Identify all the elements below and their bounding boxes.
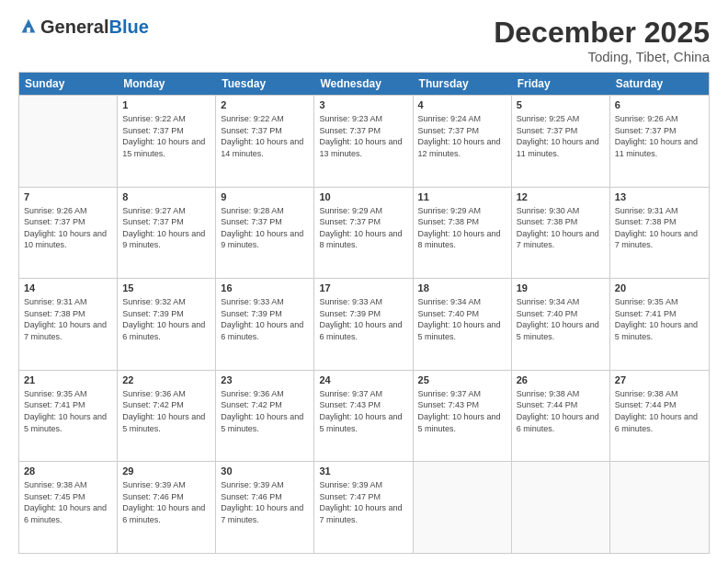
day-number: 28: [24, 465, 112, 478]
cell-info: Sunrise: 9:22 AMSunset: 7:37 PMDaylight:…: [122, 113, 210, 159]
day-number: 16: [221, 282, 309, 295]
day-number: 9: [221, 190, 309, 204]
day-number: 18: [418, 282, 506, 295]
cell-info: Sunrise: 9:38 AMSunset: 7:44 PMDaylight:…: [615, 388, 704, 434]
day-number: 19: [517, 282, 605, 295]
cell-info: Sunrise: 9:23 AMSunset: 7:37 PMDaylight:…: [319, 113, 407, 159]
cell-info: Sunrise: 9:34 AMSunset: 7:40 PMDaylight:…: [418, 296, 506, 342]
cell-info: Sunrise: 9:30 AMSunset: 7:38 PMDaylight:…: [517, 205, 605, 251]
calendar-cell: 29Sunrise: 9:39 AMSunset: 7:46 PMDayligh…: [118, 462, 216, 553]
cell-info: Sunrise: 9:39 AMSunset: 7:46 PMDaylight:…: [122, 479, 210, 525]
calendar-cell: 9Sunrise: 9:28 AMSunset: 7:37 PMDaylight…: [216, 188, 314, 279]
cell-info: Sunrise: 9:35 AMSunset: 7:41 PMDaylight:…: [24, 388, 112, 434]
calendar-cell: 25Sunrise: 9:37 AMSunset: 7:43 PMDayligh…: [414, 371, 512, 462]
calendar-cell: 10Sunrise: 9:29 AMSunset: 7:37 PMDayligh…: [314, 188, 413, 279]
calendar-cell: 13Sunrise: 9:31 AMSunset: 7:38 PMDayligh…: [610, 188, 709, 279]
day-number: 21: [24, 373, 112, 387]
day-number: 30: [221, 465, 309, 478]
calendar-row: 7Sunrise: 9:26 AMSunset: 7:37 PMDaylight…: [19, 187, 709, 279]
calendar-cell: 19Sunrise: 9:34 AMSunset: 7:40 PMDayligh…: [512, 279, 610, 370]
calendar-cell: 7Sunrise: 9:26 AMSunset: 7:37 PMDaylight…: [19, 188, 118, 279]
calendar-cell: 20Sunrise: 9:35 AMSunset: 7:41 PMDayligh…: [610, 279, 709, 370]
calendar-cell: [19, 96, 118, 187]
cell-info: Sunrise: 9:31 AMSunset: 7:38 PMDaylight:…: [615, 205, 704, 251]
header: GeneralBlue December 2025 Toding, Tibet,…: [18, 17, 710, 64]
day-number: 12: [517, 190, 605, 204]
calendar-cell: 27Sunrise: 9:38 AMSunset: 7:44 PMDayligh…: [610, 371, 709, 462]
calendar-cell: 17Sunrise: 9:33 AMSunset: 7:39 PMDayligh…: [314, 279, 413, 370]
calendar-cell: [512, 462, 610, 553]
cell-info: Sunrise: 9:34 AMSunset: 7:40 PMDaylight:…: [517, 296, 605, 342]
cell-info: Sunrise: 9:36 AMSunset: 7:42 PMDaylight:…: [122, 388, 210, 434]
day-number: 7: [24, 190, 112, 204]
calendar-cell: 8Sunrise: 9:27 AMSunset: 7:37 PMDaylight…: [118, 188, 216, 279]
svg-rect-1: [27, 28, 30, 33]
calendar-cell: 2Sunrise: 9:22 AMSunset: 7:37 PMDaylight…: [216, 96, 314, 187]
weekday-header: Sunday: [19, 73, 118, 95]
day-number: 25: [418, 373, 506, 387]
calendar-body: 1Sunrise: 9:22 AMSunset: 7:37 PMDaylight…: [19, 95, 709, 553]
day-number: 13: [615, 190, 704, 204]
day-number: 5: [517, 98, 605, 112]
calendar-cell: 21Sunrise: 9:35 AMSunset: 7:41 PMDayligh…: [19, 371, 118, 462]
day-number: 26: [517, 373, 605, 387]
weekday-header: Friday: [512, 73, 610, 95]
cell-info: Sunrise: 9:33 AMSunset: 7:39 PMDaylight:…: [221, 296, 309, 342]
calendar-row: 28Sunrise: 9:38 AMSunset: 7:45 PMDayligh…: [19, 461, 709, 553]
calendar-cell: 18Sunrise: 9:34 AMSunset: 7:40 PMDayligh…: [414, 279, 512, 370]
calendar-cell: 5Sunrise: 9:25 AMSunset: 7:37 PMDaylight…: [512, 96, 610, 187]
cell-info: Sunrise: 9:31 AMSunset: 7:38 PMDaylight:…: [24, 296, 112, 342]
calendar-cell: 4Sunrise: 9:24 AMSunset: 7:37 PMDaylight…: [414, 96, 512, 187]
calendar-cell: 30Sunrise: 9:39 AMSunset: 7:46 PMDayligh…: [216, 462, 314, 553]
calendar-row: 14Sunrise: 9:31 AMSunset: 7:38 PMDayligh…: [19, 278, 709, 370]
cell-info: Sunrise: 9:26 AMSunset: 7:37 PMDaylight:…: [615, 113, 704, 159]
day-number: 6: [615, 98, 704, 112]
calendar-header: SundayMondayTuesdayWednesdayThursdayFrid…: [19, 73, 709, 95]
logo-icon: [18, 17, 39, 38]
cell-info: Sunrise: 9:33 AMSunset: 7:39 PMDaylight:…: [319, 296, 407, 342]
location: Toding, Tibet, China: [494, 49, 710, 64]
calendar-cell: 14Sunrise: 9:31 AMSunset: 7:38 PMDayligh…: [19, 279, 118, 370]
day-number: 24: [319, 373, 407, 387]
logo-blue: Blue: [108, 17, 148, 38]
day-number: 3: [319, 98, 407, 112]
calendar-cell: [414, 462, 512, 553]
day-number: 22: [122, 373, 210, 387]
calendar-cell: [610, 462, 709, 553]
day-number: 20: [615, 282, 704, 295]
calendar-cell: 31Sunrise: 9:39 AMSunset: 7:47 PMDayligh…: [314, 462, 413, 553]
day-number: 23: [221, 373, 309, 387]
month-title: December 2025: [494, 17, 710, 49]
day-number: 1: [122, 98, 210, 112]
weekday-header: Tuesday: [216, 73, 314, 95]
calendar-cell: 23Sunrise: 9:36 AMSunset: 7:42 PMDayligh…: [216, 371, 314, 462]
calendar-cell: 26Sunrise: 9:38 AMSunset: 7:44 PMDayligh…: [512, 371, 610, 462]
cell-info: Sunrise: 9:38 AMSunset: 7:45 PMDaylight:…: [24, 479, 112, 525]
calendar-cell: 24Sunrise: 9:37 AMSunset: 7:43 PMDayligh…: [314, 371, 413, 462]
day-number: 29: [122, 465, 210, 478]
logo: GeneralBlue: [18, 17, 149, 38]
cell-info: Sunrise: 9:39 AMSunset: 7:46 PMDaylight:…: [221, 479, 309, 525]
day-number: 27: [615, 373, 704, 387]
logo-general: General: [40, 17, 108, 38]
calendar-cell: 12Sunrise: 9:30 AMSunset: 7:38 PMDayligh…: [512, 188, 610, 279]
day-number: 8: [122, 190, 210, 204]
day-number: 17: [319, 282, 407, 295]
calendar-cell: 11Sunrise: 9:29 AMSunset: 7:38 PMDayligh…: [414, 188, 512, 279]
calendar-cell: 16Sunrise: 9:33 AMSunset: 7:39 PMDayligh…: [216, 279, 314, 370]
day-number: 14: [24, 282, 112, 295]
logo-text: GeneralBlue: [18, 17, 149, 38]
day-number: 2: [221, 98, 309, 112]
cell-info: Sunrise: 9:26 AMSunset: 7:37 PMDaylight:…: [24, 205, 112, 251]
cell-info: Sunrise: 9:36 AMSunset: 7:42 PMDaylight:…: [221, 388, 309, 434]
cell-info: Sunrise: 9:32 AMSunset: 7:39 PMDaylight:…: [122, 296, 210, 342]
weekday-header: Wednesday: [314, 73, 413, 95]
cell-info: Sunrise: 9:24 AMSunset: 7:37 PMDaylight:…: [418, 113, 506, 159]
calendar-cell: 3Sunrise: 9:23 AMSunset: 7:37 PMDaylight…: [314, 96, 413, 187]
cell-info: Sunrise: 9:38 AMSunset: 7:44 PMDaylight:…: [517, 388, 605, 434]
day-number: 15: [122, 282, 210, 295]
cell-info: Sunrise: 9:39 AMSunset: 7:47 PMDaylight:…: [319, 479, 407, 525]
cell-info: Sunrise: 9:35 AMSunset: 7:41 PMDaylight:…: [615, 296, 704, 342]
weekday-header: Monday: [118, 73, 216, 95]
calendar: SundayMondayTuesdayWednesdayThursdayFrid…: [18, 72, 710, 554]
